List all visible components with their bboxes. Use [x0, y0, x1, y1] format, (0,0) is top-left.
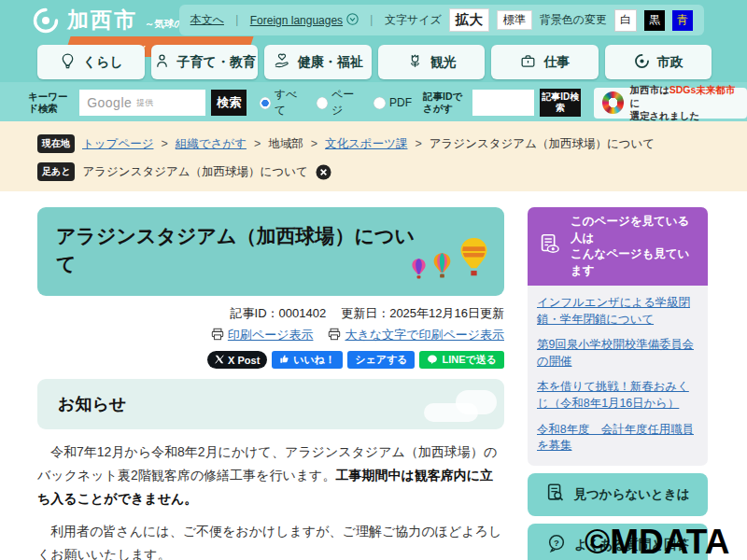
article-id: 記事ID：0001402 [231, 306, 327, 320]
footprint-row: 足あと アラジンスタジアム（加西球場）について [37, 162, 331, 181]
printer-icon [328, 328, 341, 343]
page-title-box: アラジンスタジアム（加西球場）について [37, 207, 504, 296]
related-link-3[interactable]: 本を借りて挑戦！新春おみくじ（令和8年1月16日から） [537, 379, 698, 412]
footprint-badge: 足あと [37, 162, 75, 181]
document-search-icon [545, 483, 566, 506]
related-links: インフルエンザによる学級閉鎖・学年閉鎖について 第9回泉小学校開校準備委員会の開… [528, 286, 708, 466]
breadcrumb-division-link[interactable]: 文化スポーツ課 [325, 136, 407, 152]
search-scope-radios: すべて ページ PDF [260, 87, 412, 119]
breadcrumb-current: アラジンスタジアム（加西球場）について [430, 136, 655, 152]
related-link-2[interactable]: 第9回泉小学校開校準備委員会の開催 [537, 337, 698, 370]
sdgs-wheel-icon [602, 91, 624, 114]
cloud-decoration [456, 390, 497, 414]
breadcrumb-band: 現在地 トップページ > 組織でさがす > 地域部 > 文化スポーツ課 > アラ… [0, 121, 747, 191]
page: 加西市 ～気球の飛ぶまち～ KASAI CITY . HYOGO Pref. 本… [0, 0, 747, 560]
city-emblem-small-icon [633, 52, 651, 73]
keyword-search-label: キーワード検索 [28, 91, 74, 115]
thumbs-up-icon [279, 354, 289, 366]
article-id-search-button[interactable]: 記事ID検索 [540, 89, 580, 117]
footprint-text: アラジンスタジアム（加西球場）について [82, 164, 307, 180]
heart-hand-icon [273, 51, 291, 73]
pink-balloon-icon [410, 258, 428, 287]
yellow-balloon-icon [457, 237, 491, 287]
font-size-label: 文字サイズ [385, 12, 442, 28]
striped-balloon-icon [430, 252, 454, 287]
radio-all[interactable]: すべて [260, 87, 305, 119]
print-page-link[interactable]: 印刷ページ表示 [211, 327, 314, 343]
watermark: ©MDATA [585, 523, 729, 560]
related-link-4[interactable]: 令和8年度 会計年度任用職員を募集 [537, 422, 698, 455]
social-buttons: X Post いいね！ シェアする LINEで送る [37, 351, 504, 369]
article-id-input[interactable] [472, 90, 534, 116]
printer-icon [211, 328, 224, 343]
skip-to-main-link[interactable]: 本文へ [190, 12, 224, 28]
foreign-languages-link[interactable]: Foreign languages [250, 13, 359, 28]
radio-pdf[interactable]: PDF [374, 96, 412, 109]
search-button[interactable]: 検索 [211, 90, 247, 116]
not-found-button[interactable]: 見つからないときは [528, 473, 708, 516]
main-content: アラジンスタジアム（加西球場）について 記事ID：0001402更新日：2025… [37, 207, 504, 560]
location-badge: 現在地 [37, 134, 75, 153]
facebook-like-button[interactable]: いいね！ [272, 351, 343, 369]
bg-blue-button[interactable]: 青 [672, 10, 693, 31]
related-pages-panel: このページを見ている人は こんなページも見ています インフルエンザによる学級閉鎖… [528, 207, 708, 466]
city-emblem-icon [31, 6, 61, 39]
divider: ｜ [232, 12, 243, 28]
x-post-button[interactable]: X Post [207, 351, 267, 369]
nav-kenko-button[interactable]: 健康・福祉 [264, 45, 372, 79]
nav-shisei-button[interactable]: 市政 [605, 45, 712, 79]
chevron-down-icon [346, 13, 359, 28]
question-bubble-icon: ? [546, 533, 567, 556]
article-updated: 更新日：2025年12月16日更新 [341, 306, 504, 320]
page-title: アラジンスタジアム（加西球場）について [56, 222, 430, 279]
briefcase-icon [519, 52, 537, 73]
sidebar: このページを見ている人は こんなページも見ています インフルエンザによる学級閉鎖… [528, 207, 708, 560]
balloon-icon [59, 52, 77, 73]
related-pages-header: このページを見ている人は こんなページも見ています [528, 207, 708, 286]
document-eye-icon [538, 232, 562, 260]
breadcrumb-dept: 地域部 [268, 136, 303, 152]
search-row: キーワード検索 Google 提供 検索 すべて ページ PDF 記事IDでさが… [28, 87, 747, 119]
facebook-share-button[interactable]: シェアする [347, 351, 415, 369]
line-share-button[interactable]: LINEで送る [419, 351, 504, 369]
breadcrumb: 現在地 トップページ > 組織でさがす > 地域部 > 文化スポーツ課 > アラ… [37, 134, 655, 153]
x-icon [215, 355, 224, 366]
site-name: 加西市 [67, 6, 137, 35]
article-id-search-label: 記事IDでさがす [423, 91, 467, 115]
svg-text:?: ? [554, 538, 559, 548]
radio-page-circle[interactable] [317, 97, 328, 109]
notice-paragraph-1: 令和7年12月から令和8年2月にかけて、アラジンスタジアム（加西球場）のバックネ… [37, 441, 504, 511]
print-links: 印刷ページ表示 大きな文字で印刷ページ表示 [37, 327, 504, 343]
notice-section-header: お知らせ [37, 379, 504, 429]
article-meta: 記事ID：0001402更新日：2025年12月16日更新 [37, 305, 504, 322]
nav-kanko-button[interactable]: 観光 [378, 45, 486, 79]
bg-black-button[interactable]: 黒 [644, 10, 665, 31]
radio-pdf-circle[interactable] [374, 97, 386, 109]
font-size-large-button[interactable]: 拡大 [449, 8, 489, 32]
close-icon[interactable] [316, 164, 331, 180]
line-icon [427, 354, 438, 367]
notice-paragraph-2: 利用者の皆さんには、ご不便をおかけしますが、ご理解ご協力のほどよろしくお願いいた… [37, 520, 504, 560]
person-icon [153, 52, 171, 73]
radio-page[interactable]: ページ [317, 87, 362, 119]
nav-kosodate-button[interactable]: 子育て・教育 [151, 45, 259, 79]
breadcrumb-top-link[interactable]: トップページ [82, 136, 153, 152]
nav-kurashi-button[interactable]: くらし [37, 45, 145, 79]
balloon-decoration [410, 237, 491, 287]
related-link-1[interactable]: インフルエンザによる学級閉鎖・学年閉鎖について [537, 295, 698, 328]
bg-color-label: 背景色の変更 [540, 12, 607, 28]
breadcrumb-org-link[interactable]: 組織でさがす [176, 136, 247, 152]
sdgs-badge[interactable]: 加西市はSDGs未来都市に 選定されました [594, 88, 747, 119]
font-size-standard-button[interactable]: 標準 [497, 10, 532, 30]
divider: ｜ [366, 12, 377, 28]
nav-shigoto-button[interactable]: 仕事 [491, 45, 599, 79]
print-large-page-link[interactable]: 大きな文字で印刷ページ表示 [328, 327, 504, 343]
flower-icon [406, 52, 424, 73]
bg-white-button[interactable]: 白 [614, 9, 637, 32]
utility-bar: 本文へ ｜ Foreign languages ｜ 文字サイズ 拡大 標準 背景… [179, 5, 704, 35]
global-nav: くらし 子育て・教育 健康・福祉 観光 仕事 市政 [37, 45, 712, 79]
keyword-search-input[interactable]: Google 提供 [79, 90, 205, 116]
radio-all-circle[interactable] [260, 97, 271, 109]
